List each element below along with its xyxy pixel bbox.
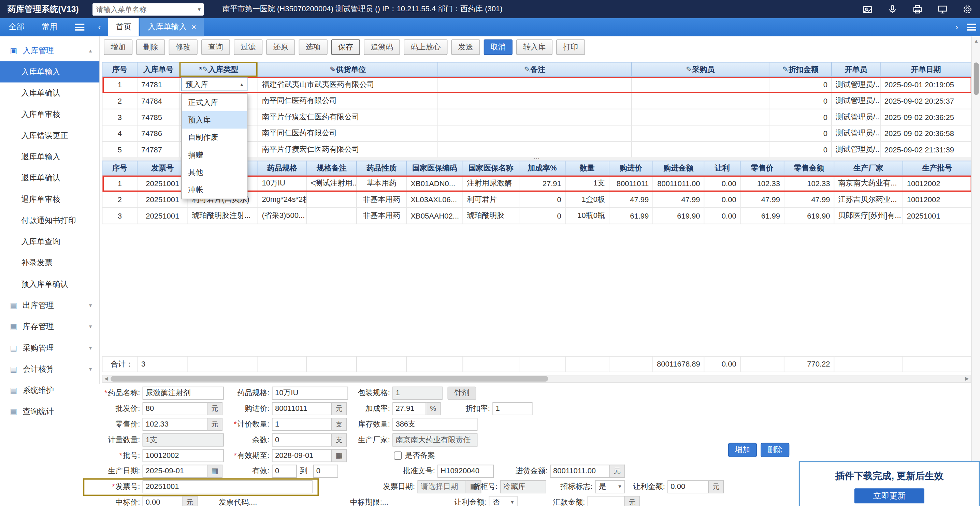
sidebar-item[interactable]: 付款通知书打印 — [0, 210, 99, 231]
horizontal-scrollbar[interactable]: ◀ ▶ — [102, 375, 972, 383]
sidebar-group[interactable]: ▤ 会计核算 — [0, 358, 99, 379]
sidebar-group[interactable]: ▤ 库存管理 — [0, 316, 99, 337]
column-header[interactable]: 数量 — [565, 161, 609, 175]
column-header[interactable]: 规格备注 — [306, 161, 356, 175]
scroll-up-arrow-icon[interactable]: ▲ — [972, 37, 980, 46]
discount-rate-input[interactable] — [492, 402, 532, 415]
sidebar-item[interactable]: 预入库单确认 — [0, 273, 99, 295]
column-header[interactable]: 让利 — [704, 161, 740, 175]
toolbar-button[interactable]: 转入库 — [516, 39, 552, 55]
column-header[interactable]: 国家医保名称 — [463, 161, 519, 175]
markup-rate-input[interactable] — [392, 402, 426, 415]
sidebar-group-inbound[interactable]: ▣ 入库管理 — [0, 40, 99, 61]
column-header[interactable]: 药品规格 — [258, 161, 307, 175]
batch-no-input[interactable] — [143, 449, 224, 462]
rebate-amount-input[interactable] — [667, 480, 709, 493]
tab-close-icon[interactable] — [191, 24, 196, 31]
toolbar-button[interactable]: 修改 — [169, 39, 197, 55]
bid-flag-select[interactable]: 是 — [595, 480, 625, 493]
bid-price-input[interactable] — [143, 495, 183, 506]
valid-from-input[interactable] — [272, 465, 297, 477]
toolbar-button[interactable]: 选项 — [299, 39, 328, 55]
invoice-date-input[interactable] — [418, 480, 466, 493]
voice-icon[interactable] — [888, 4, 897, 14]
toolbar-button[interactable]: 追溯码 — [364, 39, 400, 55]
column-header[interactable]: 序号 — [102, 161, 137, 175]
drug-name-input[interactable] — [143, 386, 224, 399]
remainder-input[interactable] — [272, 433, 332, 446]
page-tab[interactable]: 入库单输入 — [140, 18, 204, 36]
vertical-scrollbar[interactable]: ▲ ▼ — [971, 36, 980, 506]
column-header[interactable]: 加成率% — [519, 161, 565, 175]
column-header[interactable]: ✎供货单位 — [258, 62, 438, 76]
scroll-right-arrow-icon[interactable]: ▶ — [963, 375, 971, 382]
sidebar-item[interactable]: 补录发票 — [0, 252, 99, 273]
column-header[interactable]: 购进价 — [609, 161, 653, 175]
settings-gear-icon[interactable] — [963, 4, 972, 14]
column-header[interactable]: ✎折扣金额 — [769, 62, 832, 76]
sidebar-item[interactable]: 入库单查询 — [0, 231, 99, 252]
invoice-no-input[interactable] — [143, 480, 313, 493]
chevron-right-icon[interactable]: › — [955, 22, 958, 32]
expiry-input[interactable] — [272, 449, 332, 462]
inbound-type-combobox[interactable]: 预入库 — [181, 78, 247, 91]
column-header[interactable]: 开单员 — [832, 62, 880, 76]
toolbar-button[interactable]: 删除 — [136, 39, 165, 55]
chevron-down-icon[interactable]: ▾ — [198, 6, 200, 12]
toolbar-button[interactable]: 增加 — [104, 39, 132, 55]
purchase-price-input[interactable] — [272, 402, 332, 415]
page-tab[interactable]: 首页 — [108, 18, 139, 36]
sidebar-item[interactable]: 入库单确认 — [0, 82, 99, 104]
scroll-left-arrow-icon[interactable]: ◀ — [102, 375, 110, 382]
column-header[interactable]: 零售价 — [740, 161, 784, 175]
column-header[interactable]: ✎采购员 — [632, 62, 769, 76]
approval-no-input[interactable] — [438, 465, 494, 477]
drug-spec-input[interactable] — [272, 386, 348, 399]
dropdown-option[interactable]: 捐赠 — [182, 146, 247, 164]
sidebar-item[interactable]: 退库单审核 — [0, 189, 99, 210]
detail-row[interactable]: 3 20251001 琥珀酰明胶注射... (省采3)500... 非基本用药 … — [102, 208, 972, 224]
horizontal-scroll-thumb[interactable] — [111, 376, 548, 382]
toolbar-button[interactable]: 保存 — [331, 39, 360, 55]
sidebar-group[interactable]: ▤ 系统维护 — [0, 380, 99, 401]
filed-checkbox[interactable] — [394, 451, 402, 459]
stock-qty-input[interactable] — [392, 417, 477, 430]
column-header[interactable]: ✎备注 — [438, 62, 632, 76]
sidebar-group[interactable]: ▤ 采购管理 — [0, 337, 99, 358]
column-header[interactable]: 序号 — [102, 62, 137, 76]
dropdown-option[interactable]: 自制作废 — [182, 128, 247, 146]
pack-spec-input[interactable] — [392, 386, 442, 399]
tab-list-icon[interactable] — [967, 24, 976, 31]
column-header[interactable]: 生产厂家 — [834, 161, 902, 175]
cabinet-input[interactable] — [500, 480, 546, 493]
remit-amount-input[interactable] — [588, 495, 625, 506]
chevron-left-icon[interactable]: ‹ — [98, 22, 101, 32]
sidebar-item[interactable]: 退库单确认 — [0, 167, 99, 189]
purchase-amount-input[interactable] — [550, 465, 610, 477]
toolbar-button[interactable]: 取消 — [484, 39, 512, 55]
toolbar-button[interactable]: 查询 — [201, 39, 230, 55]
column-header[interactable]: 药品性质 — [356, 161, 407, 175]
toolbar-button[interactable]: 打印 — [556, 39, 585, 55]
column-header[interactable]: 购进金额 — [653, 161, 704, 175]
dropdown-option[interactable]: 正式入库 — [182, 94, 247, 111]
manufacturer-input[interactable] — [392, 433, 477, 446]
column-header[interactable]: 生产批号 — [903, 161, 972, 175]
dropdown-option[interactable]: 冲帐 — [182, 181, 247, 198]
filter-favorite-tab[interactable]: 常用 — [42, 22, 58, 32]
sidebar-group[interactable]: ▤ 查询统计 — [0, 401, 99, 422]
column-header[interactable]: *✎入库类型 — [180, 62, 258, 76]
vertical-scroll-thumb[interactable] — [974, 62, 979, 95]
update-now-button[interactable]: 立即更新 — [854, 488, 924, 503]
column-header[interactable]: 发票号 — [137, 161, 188, 175]
column-header[interactable]: 开单日期 — [880, 62, 972, 76]
column-header[interactable]: 入库单号 — [137, 62, 180, 76]
calendar-icon[interactable] — [207, 465, 223, 477]
toolbar-button[interactable]: 发送 — [451, 39, 480, 55]
sidebar-group[interactable]: ▤ 出库管理 — [0, 295, 99, 316]
dropdown-option[interactable]: 预入库 — [182, 111, 247, 128]
valid-to-input[interactable] — [313, 465, 338, 477]
sidebar-item[interactable]: 入库单输入 — [0, 61, 99, 82]
monitor-icon[interactable] — [937, 4, 947, 14]
retail-price-input[interactable] — [143, 417, 207, 430]
